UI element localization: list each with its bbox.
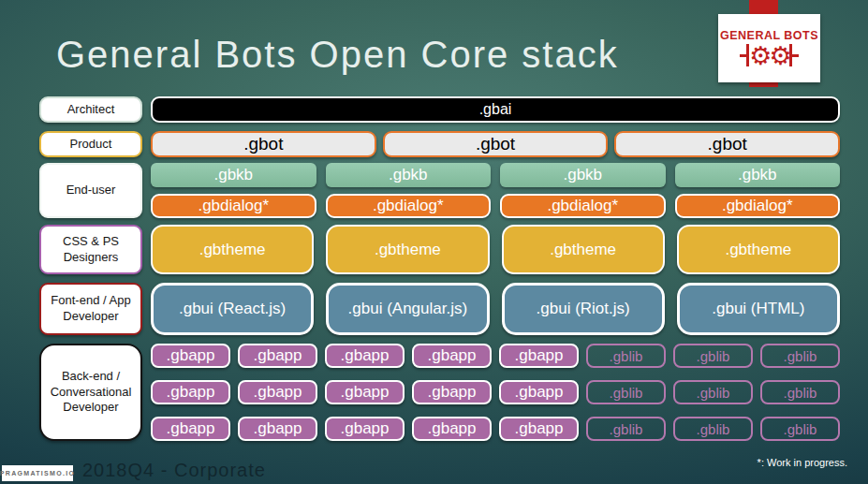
gblib-box: .gblib bbox=[760, 417, 840, 441]
band-backend: Back-end / Conversational Developer .gba… bbox=[39, 344, 840, 441]
gblib-box: .gblib bbox=[586, 417, 666, 441]
gear-icon: ⚙⚙ bbox=[749, 43, 788, 68]
gbapp-box: .gbapp bbox=[238, 417, 317, 441]
band-end-user: End-user .gbkb .gbkb .gbkb .gbkb .gbdial… bbox=[39, 163, 840, 218]
gbapp-box: .gbapp bbox=[412, 344, 492, 368]
gbdialog-box: .gbdialog* bbox=[151, 194, 316, 218]
gblib-box: .gblib bbox=[760, 344, 840, 368]
pragmatismo-logo-text: PRAGMATISMO.IO bbox=[0, 470, 75, 477]
work-in-progress-footnote: *: Work in progress. bbox=[758, 457, 847, 468]
gbdialog-box: .gbdialog* bbox=[326, 194, 492, 218]
gbapp-box: .gbapp bbox=[499, 344, 579, 368]
pragmatismo-logo: PRAGMATISMO.IO bbox=[2, 465, 73, 481]
gbkb-box: .gbkb bbox=[675, 163, 841, 187]
gbkb-box: .gbkb bbox=[500, 163, 666, 187]
slide-footer-label: 2018Q4 - Corporate bbox=[82, 460, 266, 481]
gblib-box: .gblib bbox=[673, 417, 753, 441]
stack-diagram: Architect .gbai Product .gbot .gbot .gbo… bbox=[39, 96, 840, 441]
row-label-designers: CSS & PS Designers bbox=[39, 225, 142, 274]
gbdialog-box: .gbdialog* bbox=[675, 194, 841, 218]
row-label-frontend: Font-end / App Developer bbox=[39, 283, 142, 335]
gbai-box: .gbai bbox=[151, 96, 840, 123]
gbot-box: .gbot bbox=[614, 131, 840, 157]
page-title: General Bots Open Core stack bbox=[56, 34, 619, 76]
gbtheme-box: .gbtheme bbox=[151, 225, 314, 274]
row-label-architect: Architect bbox=[39, 96, 142, 123]
band-product: Product .gbot .gbot .gbot bbox=[39, 131, 840, 157]
gblib-box: .gblib bbox=[673, 380, 753, 404]
gbui-box: .gbui (HTML) bbox=[677, 283, 840, 335]
gblib-box: .gblib bbox=[586, 344, 666, 368]
gbapp-box: .gbapp bbox=[412, 417, 492, 441]
gbapp-box: .gbapp bbox=[499, 417, 579, 441]
gbapp-box: .gbapp bbox=[151, 344, 230, 368]
slide: General Bots Open Core stack GENERAL BOT… bbox=[0, 0, 868, 484]
gbapp-box: .gbapp bbox=[238, 344, 317, 368]
gbapp-box: .gbapp bbox=[151, 417, 230, 441]
band-architect: Architect .gbai bbox=[39, 96, 840, 123]
gbapp-box: .gbapp bbox=[325, 344, 405, 368]
gbapp-box: .gbapp bbox=[325, 417, 405, 441]
band-designers: CSS & PS Designers .gbtheme .gbtheme .gb… bbox=[39, 225, 840, 274]
logo-brand-text: GENERAL BOTS bbox=[720, 29, 818, 42]
gbapp-box: .gbapp bbox=[325, 380, 405, 404]
gbkb-box: .gbkb bbox=[151, 163, 316, 187]
general-bots-logo: GENERAL BOTS ⚙⚙ bbox=[718, 14, 820, 82]
gbapp-box: .gbapp bbox=[412, 380, 492, 404]
gbtheme-box: .gbtheme bbox=[677, 225, 840, 274]
row-label-product: Product bbox=[39, 131, 142, 157]
row-label-end-user: End-user bbox=[39, 163, 142, 218]
gbui-box: .gbui (Angular.js) bbox=[326, 283, 489, 335]
gbtheme-box: .gbtheme bbox=[502, 225, 665, 274]
gbapp-box: .gbapp bbox=[499, 380, 579, 404]
gblib-box: .gblib bbox=[760, 380, 840, 404]
gbtheme-box: .gbtheme bbox=[326, 225, 489, 274]
gbui-box: .gbui (React.js) bbox=[151, 283, 314, 335]
gbot-box: .gbot bbox=[383, 131, 609, 157]
row-label-backend: Back-end / Conversational Developer bbox=[39, 344, 142, 441]
gears-icon: ⚙⚙ bbox=[740, 43, 798, 68]
gbapp-box: .gbapp bbox=[151, 380, 230, 404]
gbkb-box: .gbkb bbox=[326, 163, 492, 187]
gbot-box: .gbot bbox=[151, 131, 376, 157]
gblib-box: .gblib bbox=[586, 380, 666, 404]
gbdialog-box: .gbdialog* bbox=[500, 194, 666, 218]
gbui-box: .gbui (Riot.js) bbox=[502, 283, 665, 335]
band-frontend: Font-end / App Developer .gbui (React.js… bbox=[39, 283, 840, 335]
gblib-box: .gblib bbox=[673, 344, 753, 368]
gbapp-box: .gbapp bbox=[238, 380, 317, 404]
